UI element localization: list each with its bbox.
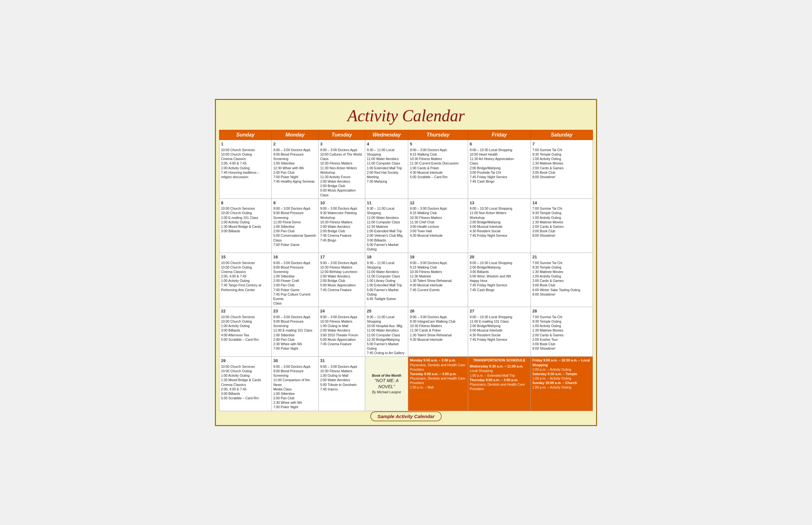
calendar-event: 2:00 Bridge/Mahjong <box>470 265 529 270</box>
calendar-event: 11:30 Art History Appreciation <box>470 156 529 161</box>
calendar-event: 9:00 – 3:00 Doctors Appt. <box>320 364 364 369</box>
calendar-event: 11:00 Water Aerobics <box>367 270 406 274</box>
calendar-event: 4:30 Resident Social <box>470 333 529 337</box>
calendar-event: 9:00 – 10:30 Local Shopping <box>470 206 529 211</box>
header-day-monday: Monday <box>272 130 318 140</box>
transport-event: 1:00 p.m. – Activity Outing <box>533 367 591 372</box>
calendar-event: 12:30 Whee with Wii <box>273 166 317 170</box>
calendar-event: 10:00 Church Services <box>221 364 270 369</box>
day-number: 9 <box>273 200 317 206</box>
calendar-event: 3:00 Billiards <box>367 238 406 242</box>
calendar-event: 5:00 Scrabble – Card Rm <box>221 337 270 342</box>
calendar-event: Cinema Classics <box>221 156 270 161</box>
calendar-event: 2:00, 4:00 & 7:45 <box>221 387 270 391</box>
calendar-cell: 129:00 – 3:00 Doctors Appt.9:15 Walking … <box>408 198 468 253</box>
calendar-event: Cinema Classics <box>221 382 270 387</box>
day-number: 7 <box>533 141 591 147</box>
day-number: 15 <box>221 254 270 260</box>
calendar-event: 11:00 Computer Class <box>367 333 406 337</box>
calendar-event: 4:30 Musical Interlude <box>410 283 466 287</box>
day-number: 2 <box>273 141 317 147</box>
calendar-event: 11:00 Comparison of the News <box>273 378 317 387</box>
header-day-saturday: Saturday <box>531 130 593 140</box>
calendar-event: 3:00 Health Lecture <box>410 224 466 229</box>
calendar-event: 1:30 Matinee Movies <box>533 270 591 274</box>
calendar-event: 7:00 Sunrise Tai Chi <box>533 206 591 211</box>
calendar-event: 10:30 Fitness Matters <box>410 324 466 328</box>
calendar-event: 6:45 Twilight Soiree <box>367 297 406 301</box>
day-number: 21 <box>533 254 591 260</box>
calendar-event: 7:45 Cinema Feature <box>320 288 364 292</box>
calendar-event: religion discussion <box>221 175 270 179</box>
calendar-event: 10:30 Fitness Matters <box>410 215 466 220</box>
calendar-event: 10:30 Fitness Matters <box>320 265 364 270</box>
calendar-event: 7:45 Healthy Aging Seminar <box>273 179 317 184</box>
week-row-4: 2210:00 Church Services10:00 Church Outi… <box>219 307 593 357</box>
calendar-cell: 119:30 – 11:00 Local Shopping11:00 Water… <box>365 198 408 253</box>
calendar-event: 9:30 Temple Outing <box>533 152 591 156</box>
header-day-friday: Friday <box>468 130 531 140</box>
calendar-cell: 249:00 – 3:00 Doctors Appt.10:30 Fitness… <box>318 307 365 357</box>
transport-event: 1:00 p.m. – Extended Mall Trip <box>470 373 529 378</box>
calendar-event: 1:00 Extended Mall Trip <box>367 283 406 287</box>
calendar-event: 5:00 Music Appreciation <box>320 337 364 342</box>
calendar-event: 3:00 Book Club <box>533 342 591 346</box>
calendar-event: 7:00 Poker Night <box>273 346 317 351</box>
calendar-event: 3:00 Book Club <box>533 170 591 175</box>
header-row: SundayMondayTuesdayWednesdayThursdayFrid… <box>219 130 593 140</box>
calendar-event: 5:00 Scrabble – Card Rm <box>410 175 466 179</box>
calendar-cell: 309:00 – 3:00 Doctors Appt.9:00 Blood Pr… <box>272 357 318 411</box>
day-number: 18 <box>367 254 406 260</box>
calendar-event: 2:00 Water Aerobics <box>320 378 364 382</box>
calendar-event: 9:00 – 3:00 Doctors Appt. <box>320 315 364 319</box>
calendar-event: 1:00 Activity Outing <box>221 324 270 328</box>
calendar-table: SundayMondayTuesdayWednesdayThursdayFrid… <box>219 130 593 411</box>
calendar-event: 12:00 Birthday Luncheon <box>320 270 364 274</box>
calendar-event: 9:30 Temple Outing <box>533 265 591 270</box>
calendar-event: 11:00 E-mailing 101 Class <box>273 328 317 332</box>
calendar-event: 5:00 Conversational Spanish Class <box>273 233 317 242</box>
calendar-event: 7:45 Cinema Feature <box>320 233 364 238</box>
calendar-event: 1:30 Matinee Movies <box>533 220 591 224</box>
calendar-event: 7:00 Sunrise Tai Chi <box>533 148 591 152</box>
footer-badge: Sample Activity Calendar <box>219 411 593 422</box>
calendar-event: 2:00 Water Aerobics <box>320 328 364 332</box>
calendar-event: 2:30 Whee with Wii <box>273 342 317 346</box>
calendar-event: 5:00 Musical Interlude <box>470 224 529 229</box>
calendar-event: 11:30 Cards & Poker <box>410 328 466 332</box>
calendar-event: 3:00 Book Club <box>533 229 591 233</box>
calendar-event: 1:00 Activity Outing <box>221 166 270 170</box>
transport-event: Friday 9:00 a.m. – 10:30 a.m. – Local Sh… <box>533 358 591 367</box>
day-number: 22 <box>221 308 270 314</box>
calendar-event: 9:30 Temple Outing <box>533 211 591 215</box>
calendar-event: 7:45 Pop Culture Current Events <box>273 292 317 301</box>
day-number: 14 <box>533 200 591 206</box>
calendar-event: 11:00 Floral Demo <box>273 220 317 224</box>
footer-label: Sample Activity Calendar <box>370 411 442 421</box>
calendar-event: 9:00 Blood Pressure Screening <box>273 369 317 378</box>
calendar-event: 1:30 Mixed Bridge & Cards <box>221 224 270 229</box>
calendar-event: 11:30 Matinee <box>410 274 466 279</box>
transport-event: Sunday 10:00 a.m. – Church <box>533 380 591 385</box>
calendar-event: 1:00 Activity Outing <box>533 156 591 161</box>
calendar-event: 9:00 – 3:00 Doctors Appt. <box>320 206 364 211</box>
calendar-cell: 99:00 – 3:00 Doctors Appt.9:00 Blood Pre… <box>272 198 318 253</box>
calendar-event: Happy Hour <box>470 279 529 283</box>
calendar-event: 2:00 Veteran's Club Mtg. <box>367 233 406 238</box>
calendar-event: 1:00 Activity Outing <box>533 215 591 220</box>
calendar-event: 11:30 Chef Chat <box>410 220 466 224</box>
calendar-event: 1:00 Activity Outing <box>533 324 591 328</box>
calendar-event: 9:00 – 10:30 Local Shopping <box>470 148 529 152</box>
calendar-event: 12:30 Matinee <box>367 224 406 229</box>
calendar-event: 9:00 – 3:00 Doctors Appt. <box>320 260 364 265</box>
header-day-wednesday: Wednesday <box>365 130 408 140</box>
calendar-event: 7:00 Sunrise Tai Chi <box>533 260 591 265</box>
header-day-tuesday: Tuesday <box>318 130 365 140</box>
day-number: 19 <box>410 254 466 260</box>
calendar-event: 10:00 Church Outing <box>221 369 270 373</box>
calendar-event: 12:30 Bridge/Mahjong <box>367 337 406 342</box>
calendar-event: 11:00 Computer Class <box>367 161 406 165</box>
calendar-event: 9:15 Walking Club <box>410 211 466 215</box>
calendar-event: 10:00 Cultures of The World Class <box>320 152 364 161</box>
calendar-event: 3:00 2010 Theater Forum <box>320 333 364 337</box>
